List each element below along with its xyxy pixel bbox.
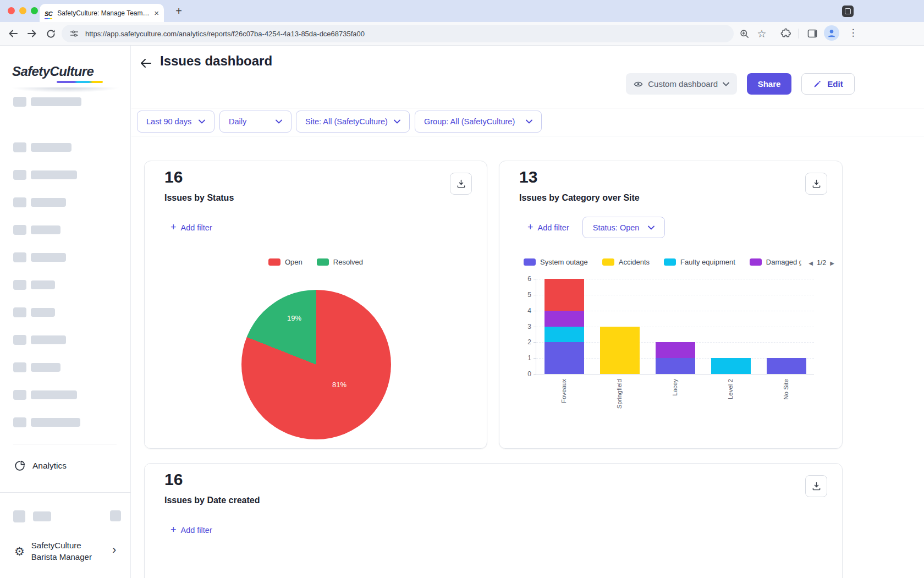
y-axis-tick-label: 3 [527, 323, 531, 331]
pie-label-open: 81% [332, 381, 346, 389]
skeleton-icon [13, 307, 26, 317]
browser-tab-strip: SC SafetyCulture: Manage Teams and… × + [0, 0, 924, 22]
pie-legend: Open Resolved [145, 258, 487, 266]
legend-prev-icon[interactable]: ◀ [809, 260, 813, 266]
bar-column-lacey[interactable] [656, 342, 695, 374]
browser-corner-button[interactable] [842, 5, 854, 17]
forward-icon[interactable] [24, 26, 40, 41]
browser-toolbar: https://app.safetyculture.com/analytics/… [0, 22, 924, 46]
bar-legend: System outageAccidentsFaulty equipmentDa… [524, 258, 801, 266]
bar-column-level-2[interactable] [711, 358, 751, 374]
new-tab-button[interactable]: + [172, 4, 186, 19]
bar-column-foveaux[interactable] [544, 279, 584, 374]
download-button[interactable] [450, 173, 472, 195]
add-filter-button[interactable]: + Add filter [527, 222, 569, 233]
legend-item-system-outage[interactable]: System outage [524, 258, 588, 266]
window-controls [8, 7, 38, 14]
skeleton-bar [31, 363, 61, 372]
bar-segment[interactable] [544, 279, 584, 311]
granularity-filter[interactable]: Daily [219, 111, 292, 133]
safetyculture-favicon-icon: SC [45, 8, 52, 18]
bar-chart[interactable] [536, 279, 814, 375]
bar-segment[interactable] [711, 358, 751, 374]
legend-chip [750, 258, 762, 266]
side-panel-icon[interactable] [805, 26, 820, 41]
chevron-down-icon [199, 119, 205, 124]
browser-menu-icon[interactable]: ⋮ [847, 27, 859, 38]
custom-dashboard-button[interactable]: Custom dashboard [626, 73, 737, 95]
y-axis-tick [534, 358, 536, 359]
issues-by-status-title: Issues by Status [164, 193, 234, 203]
skeleton-icon [13, 280, 26, 290]
issues-by-date-title: Issues by Date created [164, 496, 260, 505]
chevron-down-icon [394, 119, 400, 124]
site-settings-icon[interactable] [69, 29, 79, 38]
skeleton-icon [13, 170, 26, 180]
add-filter-button[interactable]: + Add filter [170, 222, 212, 233]
fullscreen-window-button[interactable] [31, 7, 38, 14]
skeleton-icon [110, 510, 121, 521]
legend-next-icon[interactable]: ▶ [830, 260, 834, 266]
back-icon[interactable] [6, 26, 21, 41]
bar-column-no-site[interactable] [767, 358, 806, 374]
back-button[interactable] [139, 57, 152, 70]
download-icon [811, 178, 822, 190]
sidebar-item-analytics[interactable]: Analytics [14, 460, 67, 472]
bookmark-star-icon[interactable]: ☆ [755, 26, 769, 41]
skeleton-bar [31, 170, 77, 179]
x-axis-label: Lacey [671, 377, 688, 387]
close-window-button[interactable] [8, 7, 15, 14]
bar-segment[interactable] [767, 358, 806, 374]
logo-shadow [0, 87, 131, 97]
status-filter-pill[interactable]: Status: Open [582, 217, 666, 238]
legend-item-resolved[interactable]: Resolved [317, 258, 363, 266]
org-switcher[interactable]: ⚙ SafetyCulture Barista Manager [14, 540, 92, 563]
download-button[interactable] [805, 475, 827, 497]
share-button[interactable]: Share [747, 73, 791, 95]
plus-icon: + [527, 222, 534, 233]
bar-segment[interactable] [544, 311, 584, 327]
edit-button[interactable]: Edit [801, 73, 855, 95]
minimize-window-button[interactable] [19, 7, 26, 14]
pie-chart[interactable] [241, 290, 391, 439]
issues-by-date-card: 16 Issues by Date created + Add filter [144, 463, 843, 578]
custom-dashboard-label: Custom dashboard [648, 79, 718, 89]
legend-item-accidents[interactable]: Accidents [602, 258, 650, 266]
legend-chip [317, 258, 329, 266]
group-filter[interactable]: Group: All (SafetyCulture) [415, 111, 542, 133]
plus-icon: + [170, 524, 177, 536]
x-axis-label: Level 2 [727, 377, 747, 387]
download-button[interactable] [805, 173, 827, 195]
analytics-label: Analytics [32, 461, 67, 471]
chevron-right-icon: › [112, 544, 116, 556]
legend-pager: ◀ 1/2 ▶ [804, 258, 834, 268]
y-axis-tick-label: 5 [527, 291, 531, 299]
profile-avatar[interactable] [824, 25, 839, 41]
bar-segment[interactable] [544, 342, 584, 374]
legend-chip [602, 258, 614, 266]
zoom-icon[interactable] [737, 26, 751, 41]
edit-label: Edit [827, 79, 843, 89]
x-axis-label: Foveaux [560, 377, 584, 387]
bar-segment[interactable] [600, 327, 640, 375]
chevron-down-icon [276, 119, 282, 124]
x-axis-label: No Site [782, 377, 803, 387]
legend-item-damaged-goods[interactable]: Damaged goods [750, 258, 801, 266]
reload-icon[interactable] [43, 26, 58, 41]
browser-tab[interactable]: SC SafetyCulture: Manage Teams and… × [40, 4, 164, 22]
url-bar[interactable]: https://app.safetyculture.com/analytics/… [62, 25, 734, 42]
bar-segment[interactable] [544, 327, 584, 343]
legend-item-open[interactable]: Open [268, 258, 302, 266]
legend-item-faulty-equipment[interactable]: Faulty equipment [664, 258, 735, 266]
date-range-filter[interactable]: Last 90 days [137, 111, 215, 133]
sidebar-divider [13, 444, 117, 444]
bar-segment[interactable] [656, 342, 695, 358]
bar-segment[interactable] [656, 358, 695, 374]
bar-column-springfield[interactable] [600, 327, 640, 375]
add-filter-button[interactable]: + Add filter [170, 524, 212, 536]
extensions-icon[interactable] [779, 26, 793, 41]
filter-bar: Last 90 days Daily Site: All (SafetyCult… [131, 108, 924, 136]
y-axis-tick-label: 4 [527, 307, 531, 315]
tab-close-icon[interactable]: × [154, 9, 159, 17]
site-filter[interactable]: Site: All (SafetyCulture) [296, 111, 410, 133]
